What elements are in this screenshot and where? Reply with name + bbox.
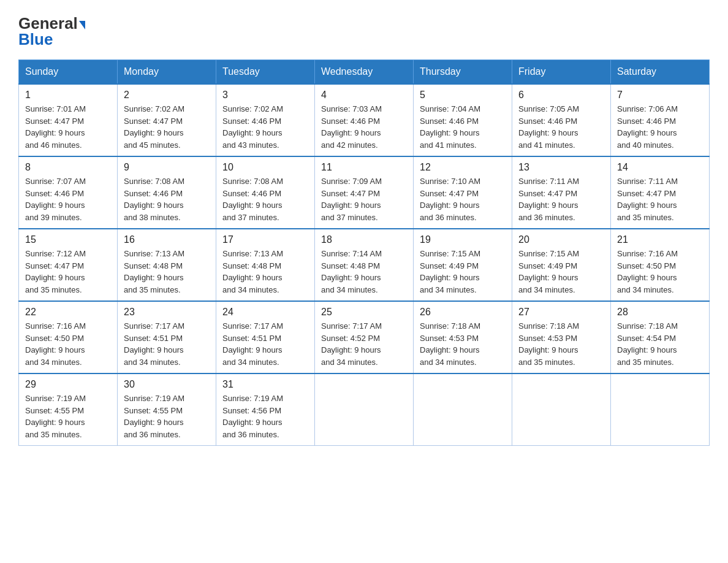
day-number: 5 xyxy=(420,90,506,101)
day-cell: 17 Sunrise: 7:13 AM Sunset: 4:48 PM Dayl… xyxy=(216,229,315,301)
day-info: Sunrise: 7:04 AM Sunset: 4:46 PM Dayligh… xyxy=(420,103,506,151)
day-cell: 21 Sunrise: 7:16 AM Sunset: 4:50 PM Dayl… xyxy=(611,229,710,301)
day-cell: 11 Sunrise: 7:09 AM Sunset: 4:47 PM Dayl… xyxy=(315,156,414,229)
day-number: 8 xyxy=(25,162,111,173)
day-info: Sunrise: 7:01 AM Sunset: 4:47 PM Dayligh… xyxy=(25,103,111,151)
day-number: 24 xyxy=(222,307,308,318)
day-info: Sunrise: 7:12 AM Sunset: 4:47 PM Dayligh… xyxy=(25,248,111,296)
header-sunday: Sunday xyxy=(19,60,118,85)
logo: General Blue xyxy=(18,12,85,47)
day-number: 2 xyxy=(124,90,210,101)
week-row-2: 8 Sunrise: 7:07 AM Sunset: 4:46 PM Dayli… xyxy=(19,156,710,229)
day-cell: 20 Sunrise: 7:15 AM Sunset: 4:49 PM Dayl… xyxy=(512,229,611,301)
day-number: 16 xyxy=(124,234,210,245)
day-info: Sunrise: 7:09 AM Sunset: 4:47 PM Dayligh… xyxy=(321,175,407,223)
day-cell: 28 Sunrise: 7:18 AM Sunset: 4:54 PM Dayl… xyxy=(611,301,710,373)
day-number: 6 xyxy=(518,90,604,101)
day-cell: 2 Sunrise: 7:02 AM Sunset: 4:47 PM Dayli… xyxy=(118,84,216,156)
day-info: Sunrise: 7:11 AM Sunset: 4:47 PM Dayligh… xyxy=(518,175,604,223)
day-number: 1 xyxy=(25,90,111,101)
day-cell: 1 Sunrise: 7:01 AM Sunset: 4:47 PM Dayli… xyxy=(19,84,118,156)
day-info: Sunrise: 7:15 AM Sunset: 4:49 PM Dayligh… xyxy=(420,248,506,296)
calendar-table: SundayMondayTuesdayWednesdayThursdayFrid… xyxy=(18,59,710,446)
header-thursday: Thursday xyxy=(414,60,512,85)
day-info: Sunrise: 7:18 AM Sunset: 4:53 PM Dayligh… xyxy=(518,320,604,368)
day-number: 15 xyxy=(25,234,111,245)
day-info: Sunrise: 7:19 AM Sunset: 4:56 PM Dayligh… xyxy=(222,393,308,440)
day-cell: 8 Sunrise: 7:07 AM Sunset: 4:46 PM Dayli… xyxy=(19,156,118,229)
day-cell: 30 Sunrise: 7:19 AM Sunset: 4:55 PM Dayl… xyxy=(118,373,216,446)
day-number: 23 xyxy=(124,307,210,318)
day-number: 30 xyxy=(124,379,210,390)
header-saturday: Saturday xyxy=(611,60,710,85)
day-number: 10 xyxy=(222,162,308,173)
day-info: Sunrise: 7:10 AM Sunset: 4:47 PM Dayligh… xyxy=(420,175,506,223)
day-cell: 12 Sunrise: 7:10 AM Sunset: 4:47 PM Dayl… xyxy=(414,156,512,229)
day-cell: 9 Sunrise: 7:08 AM Sunset: 4:46 PM Dayli… xyxy=(118,156,216,229)
header-monday: Monday xyxy=(118,60,216,85)
week-row-5: 29 Sunrise: 7:19 AM Sunset: 4:55 PM Dayl… xyxy=(19,373,710,446)
day-cell: 19 Sunrise: 7:15 AM Sunset: 4:49 PM Dayl… xyxy=(414,229,512,301)
day-number: 9 xyxy=(124,162,210,173)
day-number: 4 xyxy=(321,90,407,101)
day-info: Sunrise: 7:13 AM Sunset: 4:48 PM Dayligh… xyxy=(124,248,210,296)
day-cell: 23 Sunrise: 7:17 AM Sunset: 4:51 PM Dayl… xyxy=(118,301,216,373)
day-info: Sunrise: 7:16 AM Sunset: 4:50 PM Dayligh… xyxy=(617,248,703,296)
day-number: 12 xyxy=(420,162,506,173)
week-row-3: 15 Sunrise: 7:12 AM Sunset: 4:47 PM Dayl… xyxy=(19,229,710,301)
day-number: 28 xyxy=(617,307,703,318)
day-cell: 4 Sunrise: 7:03 AM Sunset: 4:46 PM Dayli… xyxy=(315,84,414,156)
day-number: 26 xyxy=(420,307,506,318)
header-friday: Friday xyxy=(512,60,611,85)
day-number: 20 xyxy=(518,234,604,245)
day-info: Sunrise: 7:14 AM Sunset: 4:48 PM Dayligh… xyxy=(321,248,407,296)
day-info: Sunrise: 7:17 AM Sunset: 4:51 PM Dayligh… xyxy=(222,320,308,368)
day-info: Sunrise: 7:08 AM Sunset: 4:46 PM Dayligh… xyxy=(222,175,308,223)
logo-blue-text: Blue xyxy=(18,31,53,47)
day-number: 27 xyxy=(518,307,604,318)
day-cell xyxy=(315,373,414,446)
day-info: Sunrise: 7:07 AM Sunset: 4:46 PM Dayligh… xyxy=(25,175,111,223)
day-info: Sunrise: 7:18 AM Sunset: 4:54 PM Dayligh… xyxy=(617,320,703,368)
day-info: Sunrise: 7:17 AM Sunset: 4:52 PM Dayligh… xyxy=(321,320,407,368)
day-cell: 14 Sunrise: 7:11 AM Sunset: 4:47 PM Dayl… xyxy=(611,156,710,229)
logo-general-text: General xyxy=(18,15,78,31)
page-header: General Blue xyxy=(18,12,710,47)
day-cell: 31 Sunrise: 7:19 AM Sunset: 4:56 PM Dayl… xyxy=(216,373,315,446)
header-tuesday: Tuesday xyxy=(216,60,315,85)
day-cell: 15 Sunrise: 7:12 AM Sunset: 4:47 PM Dayl… xyxy=(19,229,118,301)
day-number: 17 xyxy=(222,234,308,245)
day-info: Sunrise: 7:18 AM Sunset: 4:53 PM Dayligh… xyxy=(420,320,506,368)
day-info: Sunrise: 7:02 AM Sunset: 4:46 PM Dayligh… xyxy=(222,103,308,151)
day-info: Sunrise: 7:16 AM Sunset: 4:50 PM Dayligh… xyxy=(25,320,111,368)
day-cell: 24 Sunrise: 7:17 AM Sunset: 4:51 PM Dayl… xyxy=(216,301,315,373)
day-info: Sunrise: 7:05 AM Sunset: 4:46 PM Dayligh… xyxy=(518,103,604,151)
day-info: Sunrise: 7:19 AM Sunset: 4:55 PM Dayligh… xyxy=(124,393,210,440)
day-cell: 22 Sunrise: 7:16 AM Sunset: 4:50 PM Dayl… xyxy=(19,301,118,373)
day-info: Sunrise: 7:15 AM Sunset: 4:49 PM Dayligh… xyxy=(518,248,604,296)
day-cell: 27 Sunrise: 7:18 AM Sunset: 4:53 PM Dayl… xyxy=(512,301,611,373)
day-cell: 13 Sunrise: 7:11 AM Sunset: 4:47 PM Dayl… xyxy=(512,156,611,229)
day-number: 3 xyxy=(222,90,308,101)
day-number: 7 xyxy=(617,90,703,101)
day-number: 22 xyxy=(25,307,111,318)
header-wednesday: Wednesday xyxy=(315,60,414,85)
day-number: 21 xyxy=(617,234,703,245)
week-row-1: 1 Sunrise: 7:01 AM Sunset: 4:47 PM Dayli… xyxy=(19,84,710,156)
day-info: Sunrise: 7:03 AM Sunset: 4:46 PM Dayligh… xyxy=(321,103,407,151)
day-info: Sunrise: 7:06 AM Sunset: 4:46 PM Dayligh… xyxy=(617,103,703,151)
day-cell xyxy=(611,373,710,446)
day-cell: 25 Sunrise: 7:17 AM Sunset: 4:52 PM Dayl… xyxy=(315,301,414,373)
day-cell: 16 Sunrise: 7:13 AM Sunset: 4:48 PM Dayl… xyxy=(118,229,216,301)
day-info: Sunrise: 7:17 AM Sunset: 4:51 PM Dayligh… xyxy=(124,320,210,368)
week-row-4: 22 Sunrise: 7:16 AM Sunset: 4:50 PM Dayl… xyxy=(19,301,710,373)
day-cell: 26 Sunrise: 7:18 AM Sunset: 4:53 PM Dayl… xyxy=(414,301,512,373)
day-cell xyxy=(512,373,611,446)
day-number: 29 xyxy=(25,379,111,390)
day-number: 31 xyxy=(222,379,308,390)
day-cell: 29 Sunrise: 7:19 AM Sunset: 4:55 PM Dayl… xyxy=(19,373,118,446)
day-number: 25 xyxy=(321,307,407,318)
day-info: Sunrise: 7:02 AM Sunset: 4:47 PM Dayligh… xyxy=(124,103,210,151)
day-cell: 3 Sunrise: 7:02 AM Sunset: 4:46 PM Dayli… xyxy=(216,84,315,156)
day-cell: 7 Sunrise: 7:06 AM Sunset: 4:46 PM Dayli… xyxy=(611,84,710,156)
